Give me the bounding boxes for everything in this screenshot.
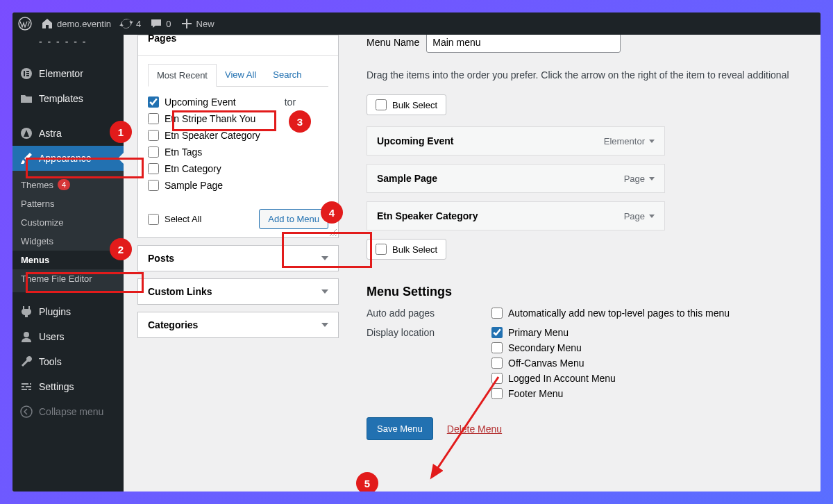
page-option[interactable]: Etn Stripe Thank You bbox=[148, 110, 328, 127]
checkbox[interactable] bbox=[148, 163, 159, 174]
page-option[interactable]: Etn Tags bbox=[148, 144, 328, 160]
site-title: demo.eventin bbox=[57, 19, 111, 29]
sidebar-item-templates[interactable]: Templates bbox=[12, 86, 124, 111]
checkbox[interactable] bbox=[148, 146, 159, 158]
checkbox[interactable] bbox=[148, 113, 159, 124]
menu-item-handle[interactable]: Upcoming Event Elementor bbox=[367, 126, 665, 156]
main-content: Pages Most Recent View All Search Upcomi… bbox=[124, 35, 821, 492]
plugin-icon bbox=[19, 305, 33, 319]
wrench-icon bbox=[19, 355, 33, 369]
new-link[interactable]: New bbox=[180, 17, 214, 31]
sidebar-item-elementor[interactable]: Elementor bbox=[12, 61, 124, 86]
menu-name-input[interactable] bbox=[426, 35, 621, 53]
bulk-select-bottom[interactable]: Bulk Select bbox=[367, 239, 446, 260]
submenu-themes[interactable]: Themes4 bbox=[12, 175, 124, 194]
chevron-down-icon bbox=[321, 256, 328, 260]
sidebar-label: Elementor bbox=[39, 68, 83, 79]
custom-links-accordion[interactable]: Custom Links bbox=[137, 278, 339, 305]
svg-rect-3 bbox=[26, 71, 29, 72]
chevron-down-icon bbox=[649, 215, 655, 218]
chevron-down-icon bbox=[649, 177, 655, 180]
checkbox[interactable] bbox=[491, 373, 503, 384]
menu-item-handle[interactable]: Sample Page Page bbox=[367, 164, 665, 193]
svg-rect-5 bbox=[26, 75, 29, 76]
sidebar-item-tools[interactable]: Tools bbox=[12, 349, 124, 374]
update-badge: 4 bbox=[58, 179, 70, 190]
checkbox[interactable] bbox=[148, 96, 159, 108]
add-to-menu-button[interactable]: Add to Menu bbox=[259, 209, 328, 229]
checkbox[interactable] bbox=[491, 358, 503, 369]
location-option[interactable]: Secondary Menu bbox=[491, 342, 616, 353]
location-option[interactable]: Logged In Account Menu bbox=[491, 373, 616, 384]
checkbox[interactable] bbox=[491, 308, 503, 319]
checkbox[interactable] bbox=[148, 214, 159, 225]
tab-search[interactable]: Search bbox=[264, 64, 310, 86]
svg-point-8 bbox=[21, 406, 32, 417]
user-icon bbox=[19, 330, 33, 344]
sidebar-item-truncated[interactable]: - - - - - - bbox=[12, 35, 124, 54]
tab-view-all[interactable]: View All bbox=[217, 64, 264, 86]
sidebar-item-plugins[interactable]: Plugins bbox=[12, 299, 124, 324]
checkbox[interactable] bbox=[491, 342, 503, 353]
checkbox[interactable] bbox=[491, 327, 503, 338]
posts-accordion[interactable]: Posts bbox=[137, 245, 339, 271]
checkbox[interactable] bbox=[148, 130, 159, 141]
appearance-submenu: Themes4 Patterns Customize Widgets Menus… bbox=[12, 171, 124, 292]
brush-icon bbox=[19, 151, 33, 165]
page-option[interactable]: Sample Page bbox=[148, 177, 328, 194]
submenu-widgets[interactable]: Widgets bbox=[12, 232, 124, 251]
page-option[interactable]: Etn Category bbox=[148, 160, 328, 177]
menu-item-handle[interactable]: Etn Speaker Category Page bbox=[367, 201, 665, 230]
sidebar-label: Settings bbox=[39, 381, 74, 392]
sidebar-item-astra[interactable]: Astra bbox=[12, 121, 124, 146]
wp-logo[interactable] bbox=[18, 17, 32, 31]
location-option[interactable]: Off-Canvas Menu bbox=[491, 358, 616, 369]
location-option[interactable]: Primary Menu bbox=[491, 327, 616, 338]
save-menu-button[interactable]: Save Menu bbox=[367, 417, 433, 440]
select-all[interactable]: Select All bbox=[148, 214, 201, 225]
sidebar-item-settings[interactable]: Settings bbox=[12, 374, 124, 399]
auto-add-option[interactable]: Automatically add new top-level pages to… bbox=[491, 308, 730, 319]
page-option[interactable]: Etn Speaker Category bbox=[148, 127, 328, 144]
folder-icon bbox=[19, 92, 33, 106]
checkbox[interactable] bbox=[376, 244, 387, 255]
elementor-icon bbox=[19, 67, 33, 81]
menu-settings-heading: Menu Settings bbox=[367, 285, 807, 299]
instructions-text: Drag the items into the order you prefer… bbox=[367, 69, 807, 81]
pages-heading[interactable]: Pages bbox=[138, 35, 338, 56]
submenu-theme-file-editor[interactable]: Theme File Editor bbox=[12, 269, 124, 288]
updates-link[interactable]: 4 bbox=[119, 17, 141, 31]
comment-icon bbox=[149, 17, 163, 31]
admin-bar: demo.eventin 4 0 New bbox=[12, 12, 821, 35]
chevron-down-icon bbox=[321, 289, 328, 294]
delete-menu-link[interactable]: Delete Menu bbox=[447, 423, 502, 435]
auto-add-label: Auto add pages bbox=[367, 308, 491, 323]
pages-checklist: Upcoming Eventtor Etn Stripe Thank You E… bbox=[148, 94, 328, 194]
sidebar-collapse[interactable]: Collapse menu bbox=[12, 399, 124, 424]
submenu-patterns[interactable]: Patterns bbox=[12, 194, 124, 213]
submenu-menus[interactable]: Menus bbox=[12, 251, 124, 269]
tab-most-recent[interactable]: Most Recent bbox=[148, 64, 217, 87]
update-icon bbox=[119, 17, 133, 31]
comments-link[interactable]: 0 bbox=[149, 17, 171, 31]
page-option[interactable]: Upcoming Eventtor bbox=[148, 94, 328, 110]
display-location-label: Display location bbox=[367, 327, 491, 403]
location-option[interactable]: Footer Menu bbox=[491, 388, 616, 399]
collapse-icon bbox=[19, 405, 33, 419]
menu-name-label: Menu Name bbox=[367, 37, 419, 48]
admin-sidebar: - - - - - - Elementor Templates Astra Ap… bbox=[12, 35, 124, 492]
checkbox[interactable] bbox=[376, 99, 387, 110]
site-name[interactable]: demo.eventin bbox=[40, 17, 111, 31]
astra-icon bbox=[19, 126, 33, 140]
pages-tabs: Most Recent View All Search bbox=[148, 64, 328, 87]
checkbox[interactable] bbox=[148, 180, 159, 191]
sidebar-item-appearance[interactable]: Appearance bbox=[12, 146, 124, 171]
bulk-select-top[interactable]: Bulk Select bbox=[367, 94, 446, 115]
checkbox[interactable] bbox=[491, 388, 503, 399]
categories-accordion[interactable]: Categories bbox=[137, 312, 339, 338]
submenu-customize[interactable]: Customize bbox=[12, 213, 124, 232]
chevron-down-icon bbox=[321, 323, 328, 327]
sliders-icon bbox=[19, 380, 33, 394]
svg-point-7 bbox=[24, 332, 29, 337]
sidebar-item-users[interactable]: Users bbox=[12, 324, 124, 349]
